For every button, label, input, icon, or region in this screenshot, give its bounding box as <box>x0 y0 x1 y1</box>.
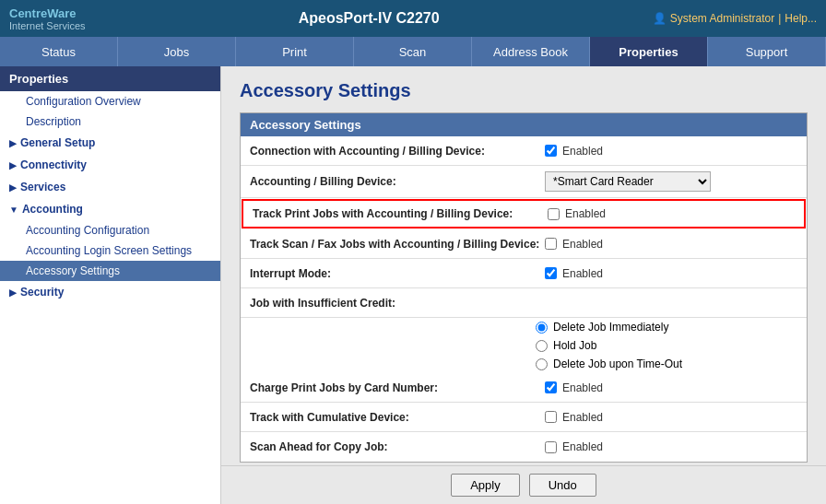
nav-tabs: StatusJobsPrintScanAddress BookPropertie… <box>0 37 826 66</box>
page-title: Accessory Settings <box>240 80 808 101</box>
row-label-1: Accounting / Billing Device: <box>250 175 545 188</box>
settings-row-6: Charge Print Jobs by Card Number: Enable… <box>241 373 807 403</box>
sidebar: Properties Configuration OverviewDescrip… <box>0 66 221 504</box>
header-left: CentreWare Internet Services <box>9 6 86 31</box>
settings-value-8: Enabled <box>545 440 603 453</box>
checkbox-7[interactable] <box>545 411 557 423</box>
arrow-icon: ▶ <box>9 182 17 193</box>
row-label-8: Scan Ahead for Copy Job: <box>250 440 545 453</box>
row-label-5: Job with Insufficient Credit: <box>250 297 545 310</box>
content-area: Accessory Settings Accessory Settings Co… <box>221 66 826 504</box>
settings-value-4: Enabled <box>545 267 603 280</box>
radio-label-5-2: Delete Job upon Time-Out <box>553 357 682 370</box>
checkbox-0[interactable] <box>545 145 557 157</box>
settings-row-0: Connection with Accounting / Billing Dev… <box>241 136 807 166</box>
settings-value-3: Enabled <box>545 238 603 251</box>
sidebar-group-connectivity[interactable]: ▶Connectivity <box>0 154 220 176</box>
radio-5-0[interactable] <box>536 322 548 334</box>
device-name: ApeosPort-IV C2270 <box>299 10 440 27</box>
apply-button[interactable]: Apply <box>451 474 520 497</box>
sidebar-group-security[interactable]: ▶Security <box>0 281 220 303</box>
sidebar-group-accounting[interactable]: ▼Accounting <box>0 198 220 220</box>
row-label-2: Track Print Jobs with Accounting / Billi… <box>253 207 548 220</box>
admin-icon: 👤 <box>653 12 667 25</box>
sidebar-item-accounting-login-screen-settings[interactable]: Accounting Login Screen Settings <box>0 240 220 261</box>
settings-rows: Connection with Accounting / Billing Dev… <box>241 136 807 462</box>
sidebar-group-label: Services <box>20 181 65 193</box>
radio-5-1[interactable] <box>536 340 548 352</box>
checkbox-6[interactable] <box>545 381 557 393</box>
checkbox-label-8: Enabled <box>562 440 603 453</box>
nav-tab-address-book[interactable]: Address Book <box>472 37 590 66</box>
settings-section-header: Accessory Settings <box>241 113 807 136</box>
arrow-icon: ▶ <box>9 287 17 298</box>
undo-button[interactable]: Undo <box>529 474 596 497</box>
checkbox-2[interactable] <box>548 208 560 220</box>
nav-tab-properties[interactable]: Properties <box>590 37 708 66</box>
checkbox-4[interactable] <box>545 267 557 279</box>
row-label-0: Connection with Accounting / Billing Dev… <box>250 145 545 158</box>
checkbox-label-7: Enabled <box>562 411 603 424</box>
header-sub: Internet Services <box>9 20 86 31</box>
row-label-4: Interrupt Mode: <box>250 267 545 280</box>
settings-row-2: Track Print Jobs with Accounting / Billi… <box>242 199 806 229</box>
select-1[interactable]: *Smart Card Reader <box>545 171 711 192</box>
header-brand: CentreWare <box>9 6 86 20</box>
sidebar-group-label: Accounting <box>22 203 83 216</box>
settings-row-4: Interrupt Mode: Enabled <box>241 259 807 288</box>
nav-tab-scan[interactable]: Scan <box>354 37 472 66</box>
header: CentreWare Internet Services ApeosPort-I… <box>0 0 826 37</box>
radio-row-5-1: Hold Job <box>241 336 807 355</box>
settings-value-1: *Smart Card Reader <box>545 171 711 192</box>
settings-row-3: Track Scan / Fax Jobs with Accounting / … <box>241 229 807 259</box>
sidebar-item-description[interactable]: Description <box>0 111 220 132</box>
row-label-3: Track Scan / Fax Jobs with Accounting / … <box>250 238 545 251</box>
arrow-icon: ▶ <box>9 138 17 148</box>
checkbox-label-6: Enabled <box>562 381 603 394</box>
settings-value-7: Enabled <box>545 411 603 424</box>
sidebar-group-general-setup[interactable]: ▶General Setup <box>0 132 220 154</box>
nav-tab-jobs[interactable]: Jobs <box>118 37 236 66</box>
settings-row-1: Accounting / Billing Device: *Smart Card… <box>241 166 807 198</box>
nav-tab-status[interactable]: Status <box>0 37 118 66</box>
radio-label-5-1: Hold Job <box>553 339 596 352</box>
main-layout: Properties Configuration OverviewDescrip… <box>0 66 826 504</box>
settings-value-6: Enabled <box>545 381 603 394</box>
checkbox-label-0: Enabled <box>562 145 603 158</box>
help-link[interactable]: Help... <box>785 12 817 25</box>
settings-value-2: Enabled <box>548 207 606 220</box>
sidebar-group-label: General Setup <box>20 136 95 149</box>
sidebar-title: Properties <box>0 66 220 91</box>
arrow-icon: ▼ <box>9 205 18 215</box>
sidebar-item-configuration-overview[interactable]: Configuration Overview <box>0 91 220 111</box>
row-label-7: Track with Cumulative Device: <box>250 411 545 424</box>
radio-5-2[interactable] <box>536 358 548 370</box>
checkbox-3[interactable] <box>545 238 557 250</box>
radio-label-5-0: Delete Job Immediately <box>553 321 668 334</box>
nav-tab-support[interactable]: Support <box>708 37 826 66</box>
radio-row-5-0: Delete Job Immediately <box>241 318 807 336</box>
checkbox-8[interactable] <box>545 441 557 453</box>
arrow-icon: ▶ <box>9 160 17 170</box>
row-label-6: Charge Print Jobs by Card Number: <box>250 381 545 394</box>
nav-tab-print[interactable]: Print <box>236 37 354 66</box>
settings-row-5: Job with Insufficient Credit: <box>241 288 807 318</box>
sidebar-group-label: Security <box>20 286 64 299</box>
sidebar-group-label: Connectivity <box>20 158 87 171</box>
checkbox-label-2: Enabled <box>565 207 606 220</box>
footer: Apply Undo <box>221 465 826 504</box>
sidebar-item-active[interactable]: Accessory Settings <box>0 261 220 281</box>
admin-label[interactable]: System Administrator <box>670 12 774 25</box>
checkbox-label-4: Enabled <box>562 267 603 280</box>
sidebar-group-services[interactable]: ▶Services <box>0 176 220 198</box>
settings-row-7: Track with Cumulative Device: Enabled <box>241 403 807 432</box>
sidebar-item-accounting-configuration[interactable]: Accounting Configuration <box>0 220 220 240</box>
settings-row-8: Scan Ahead for Copy Job: Enabled <box>241 432 807 462</box>
settings-value-0: Enabled <box>545 145 603 158</box>
separator: | <box>778 12 781 25</box>
header-right: 👤 System Administrator | Help... <box>653 12 817 25</box>
settings-section: Accessory Settings Connection with Accou… <box>240 112 808 463</box>
checkbox-label-3: Enabled <box>562 238 603 251</box>
radio-row-5-2: Delete Job upon Time-Out <box>241 355 807 373</box>
